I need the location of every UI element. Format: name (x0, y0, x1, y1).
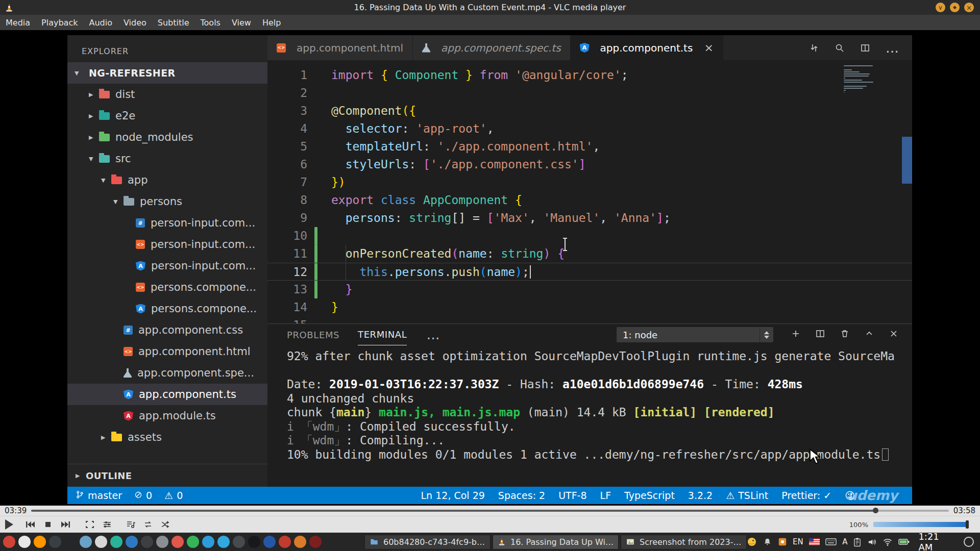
minimap[interactable] (844, 65, 874, 96)
preview-icon[interactable] (835, 43, 845, 53)
taskbar-app-icon[interactable] (309, 536, 322, 548)
menu-video[interactable]: Video (118, 15, 152, 30)
tray-bird-icon[interactable] (747, 537, 757, 547)
previous-button[interactable] (24, 519, 36, 530)
taskbar-app-icon[interactable] (49, 536, 61, 548)
menu-playback[interactable]: Playback (36, 15, 83, 30)
taskbar-app-icon[interactable] (18, 536, 31, 548)
code-line-4[interactable]: 4 selector: 'app-root', (267, 120, 912, 138)
taskbar-app-icon[interactable] (202, 536, 214, 548)
playlist-button[interactable] (126, 519, 136, 530)
stop-button[interactable] (43, 519, 53, 530)
status-item-prettier[interactable]: Prettier: ✓ (781, 490, 831, 501)
code-line-11[interactable]: 11 onPersonCreated(name: string) { (267, 245, 912, 263)
tree-item-persons-compone[interactable]: <>persons.compone... (67, 277, 267, 298)
tray-clipboard-icon[interactable] (853, 537, 862, 547)
code-line-14[interactable]: 14} (267, 298, 912, 316)
taskbar-app-icon[interactable] (80, 536, 92, 548)
new-terminal-icon[interactable] (791, 329, 801, 341)
volume-handle[interactable] (966, 520, 969, 529)
status-item-ln-12-col-29[interactable]: Ln 12, Col 29 (421, 490, 485, 501)
tree-item-app[interactable]: ▼app (67, 169, 267, 191)
project-section-header[interactable]: ▼ NG-REFRESHER (67, 62, 267, 84)
tray-battery-icon[interactable] (898, 538, 910, 545)
code-line-9[interactable]: 9 persons: string[] = ['Max', 'Manuel', … (267, 209, 912, 227)
play-button[interactable] (5, 519, 13, 530)
tree-item-persons[interactable]: ▼persons (67, 191, 267, 212)
code-line-15[interactable]: 15 (267, 316, 912, 324)
open-changes-icon[interactable] (809, 43, 819, 53)
seek-handle[interactable] (873, 508, 878, 513)
minimize-button[interactable]: ∨ (936, 3, 945, 12)
taskbar-app-icon[interactable] (233, 536, 245, 548)
menu-view[interactable]: View (226, 15, 257, 30)
code-line-1[interactable]: 1import { Component } from '@angular/cor… (267, 66, 912, 84)
code-line-6[interactable]: 6 styleUrls: ['./app.component.css'] (267, 156, 912, 173)
status-item-utf-8[interactable]: UTF-8 (558, 490, 586, 501)
taskbar-app-icon[interactable] (3, 536, 15, 548)
tree-item-person-input-com[interactable]: #person-input.com... (67, 212, 267, 234)
taskbar-app-icon[interactable] (172, 536, 184, 548)
video-area[interactable]: EXPLORER ▼ NG-REFRESHER ▶dist▶e2e▶node_m… (0, 30, 980, 506)
seek-slider[interactable] (31, 510, 949, 512)
tree-item-app-component-spe[interactable]: app.component.spe... (67, 362, 267, 384)
tree-item-app-component-ts[interactable]: Aapp.component.ts (67, 384, 267, 405)
tree-item-person-input-com[interactable]: <>person-input.com... (67, 234, 267, 255)
tree-item-src[interactable]: ▼src (67, 148, 267, 169)
taskbar-app-icon[interactable] (34, 536, 46, 548)
tray-keyboard-icon[interactable] (825, 537, 837, 546)
fullscreen-button[interactable] (85, 519, 95, 530)
status-item-typescript[interactable]: TypeScript (624, 490, 675, 501)
taskbar-app-icon[interactable] (141, 536, 153, 548)
code-line-8[interactable]: 8export class AppComponent { (267, 191, 912, 209)
code-line-5[interactable]: 5 templateUrl: './app.component.html', (267, 138, 912, 156)
panel-tab-terminal[interactable]: TERMINAL (358, 324, 407, 345)
taskbar-app-icon[interactable] (156, 536, 168, 548)
menu-audio[interactable]: Audio (83, 15, 117, 30)
menu-media[interactable]: Media (0, 15, 36, 30)
editor-scrollbar[interactable] (902, 137, 912, 184)
close-panel-icon[interactable] (889, 329, 899, 341)
loop-button[interactable] (143, 519, 153, 530)
tab-app-component-html[interactable]: <>app.component.html (267, 35, 413, 60)
warnings-indicator[interactable]: ⚠ 0 (164, 490, 183, 501)
taskbar-app-icon[interactable] (187, 536, 199, 548)
menu-subtitle[interactable]: Subtitle (152, 15, 195, 30)
taskbar-app-icon[interactable] (294, 536, 306, 548)
taskbar-window-16-passing-data-up-with-a-cust[interactable]: 16. Passing Data Up With a Cust... (493, 535, 619, 549)
taskbar-app-icon[interactable] (263, 536, 276, 548)
outline-section-header[interactable]: ▶ OUTLINE (67, 464, 267, 487)
volume-slider[interactable] (873, 522, 968, 527)
panel-tab-problems[interactable]: PROBLEMS (287, 324, 339, 345)
code-line-2[interactable]: 2 (267, 84, 912, 102)
tab-app-component-spec-ts[interactable]: app.component.spec.ts (413, 35, 571, 60)
tree-item-app-component-css[interactable]: #app.component.css (67, 319, 267, 341)
code-line-12[interactable]: 12 this.persons.push(name); (267, 263, 912, 281)
tray-wifi-icon[interactable] (883, 537, 893, 546)
taskbar-app-icon[interactable] (279, 536, 291, 548)
kill-terminal-icon[interactable] (840, 329, 850, 341)
taskbar-app-icon[interactable] (64, 536, 77, 548)
extended-settings-button[interactable] (102, 519, 112, 530)
tab-app-component-ts[interactable]: Aapp.component.ts× (571, 35, 723, 60)
maximize-button[interactable]: ◆ (950, 3, 960, 12)
tree-item-node-modules[interactable]: ▶node_modules (67, 127, 267, 148)
code-line-3[interactable]: 3@Component({ (267, 102, 912, 120)
tray-status-circle-icon[interactable] (964, 537, 974, 547)
taskbar-app-icon[interactable] (217, 536, 230, 548)
taskbar-window-screenshot-from-2023-08-09-01-1[interactable]: Screenshot from 2023-08-09 01.1... (621, 535, 747, 549)
code-line-13[interactable]: 13 } (267, 281, 912, 298)
taskbar-app-icon[interactable] (126, 536, 138, 548)
code-editor[interactable]: 1import { Component } from '@angular/cor… (267, 60, 912, 324)
tray-input-method-icon[interactable]: A (842, 537, 847, 546)
tray-language-label[interactable]: EN (793, 537, 803, 546)
git-branch-indicator[interactable]: master (76, 490, 122, 501)
next-button[interactable] (60, 519, 71, 530)
close-tab-icon[interactable]: × (704, 42, 713, 54)
tray-flag-icon[interactable] (809, 538, 820, 545)
menu-tools[interactable]: Tools (195, 15, 226, 30)
close-button[interactable]: × (964, 3, 974, 12)
tree-item-persons-compone[interactable]: Apersons.compone... (67, 298, 267, 319)
maximize-panel-icon[interactable] (864, 329, 874, 341)
tray-pkg-icon[interactable] (778, 537, 787, 546)
